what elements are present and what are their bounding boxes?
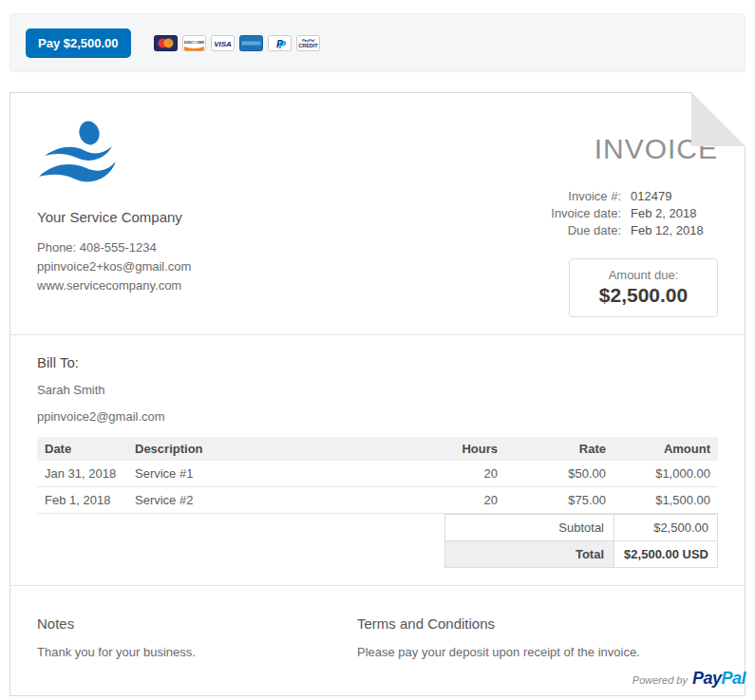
bill-to-name: Sarah Smith: [37, 383, 718, 397]
svg-text:VISA: VISA: [214, 39, 232, 47]
notes-block: Notes Thank you for your business.: [37, 615, 357, 659]
item-hours: 20: [403, 487, 505, 514]
terms-text: Please pay your deposit upon receipt of …: [357, 645, 718, 659]
invoice-number-value: 012479: [631, 188, 718, 205]
svg-text:P: P: [278, 39, 286, 50]
due-date-value: Feb 12, 2018: [631, 222, 718, 239]
paypal-logo[interactable]: PayPal: [692, 669, 746, 689]
item-date: Jan 31, 2018: [37, 461, 127, 487]
discover-icon: DISCOVER: [182, 35, 206, 51]
visa-icon: VISA: [211, 35, 235, 51]
header-divider: [10, 334, 745, 335]
total-label: Total: [445, 541, 614, 567]
mastercard-icon: [154, 35, 178, 51]
paypal-logo-pal: Pal: [721, 669, 746, 688]
table-header-row: Date Description Hours Rate Amount: [37, 437, 718, 461]
item-rate: $50.00: [505, 461, 613, 487]
amount-due-box: Amount due: $2,500.00: [569, 258, 718, 317]
line-items-table: Date Description Hours Rate Amount Jan 3…: [37, 437, 718, 514]
invoice-number-label: Invoice #:: [414, 188, 621, 205]
item-amount: $1,500.00: [613, 487, 718, 514]
item-hours: 20: [403, 461, 505, 487]
item-rate: $75.00: [505, 487, 613, 514]
folded-corner-decoration: [691, 92, 746, 146]
totals-summary: Subtotal $2,500.00 Total $2,500.00 USD: [444, 514, 718, 568]
item-description: Service #1: [127, 461, 403, 487]
subtotal-label: Subtotal: [445, 515, 614, 540]
invoice-page: Pay $2,500.00 DISCOVER VISA: [0, 13, 755, 700]
bill-to-label: Bill To:: [37, 354, 718, 370]
company-email: ppinvoice2+kos@gmail.com: [37, 257, 350, 276]
bill-to-email: ppinvoice2@gmail.com: [37, 409, 718, 424]
column-header-description: Description: [127, 437, 403, 461]
paypal-logo-pay: Pay: [692, 669, 722, 688]
invoice-card: Your Service Company Phone: 408-555-1234…: [9, 92, 746, 696]
company-website: www.servicecompany.com: [37, 276, 350, 295]
powered-by-label: Powered by: [632, 674, 688, 686]
terms-block: Terms and Conditions Please pay your dep…: [357, 615, 718, 659]
notes-divider: [10, 585, 745, 586]
amex-icon: [239, 35, 263, 51]
company-logo-icon: [37, 120, 117, 192]
paypal-icon: P P: [268, 35, 292, 51]
invoice-title: INVOICE: [414, 133, 718, 165]
item-amount: $1,000.00: [613, 461, 718, 487]
invoice-date-value: Feb 2, 2018: [631, 205, 718, 222]
total-row: Total $2,500.00 USD: [445, 540, 717, 567]
invoice-date-label: Invoice date:: [414, 205, 621, 222]
total-value: $2,500.00 USD: [614, 541, 717, 567]
invoice-meta: Invoice #: 012479 Invoice date: Feb 2, 2…: [414, 188, 718, 239]
powered-by-footer: Powered by PayPal: [632, 669, 746, 689]
amount-due-label: Amount due:: [576, 268, 711, 282]
accepted-cards-row: DISCOVER VISA P P: [154, 35, 320, 51]
terms-label: Terms and Conditions: [357, 615, 718, 632]
notes-terms-section: Notes Thank you for your business. Terms…: [37, 601, 718, 659]
amount-due-value: $2,500.00: [576, 284, 711, 307]
svg-text:CREDIT: CREDIT: [298, 43, 318, 48]
payment-bar: Pay $2,500.00 DISCOVER VISA: [9, 13, 746, 72]
notes-text: Thank you for your business.: [37, 645, 357, 659]
table-row: Feb 1, 2018 Service #2 20 $75.00 $1,500.…: [37, 487, 718, 514]
due-date-label: Due date:: [414, 222, 621, 239]
company-name: Your Service Company: [37, 209, 350, 225]
column-header-amount: Amount: [613, 437, 718, 461]
svg-text:DISCOVER: DISCOVER: [184, 39, 204, 44]
subtotal-value: $2,500.00: [614, 515, 717, 540]
column-header-rate: Rate: [505, 437, 613, 461]
column-header-date: Date: [37, 437, 127, 461]
table-row: Jan 31, 2018 Service #1 20 $50.00 $1,000…: [37, 461, 718, 487]
subtotal-row: Subtotal $2,500.00: [445, 515, 717, 540]
item-description: Service #2: [127, 487, 403, 514]
notes-label: Notes: [37, 615, 357, 632]
paypal-credit-icon: PayPal CREDIT: [296, 35, 320, 51]
company-phone: Phone: 408-555-1234: [37, 238, 350, 257]
invoice-header: Your Service Company Phone: 408-555-1234…: [37, 93, 718, 317]
item-date: Feb 1, 2018: [37, 487, 127, 514]
bill-to-section: Bill To: Sarah Smith ppinvoice2@gmail.co…: [37, 354, 718, 424]
column-header-hours: Hours: [403, 437, 505, 461]
pay-button[interactable]: Pay $2,500.00: [26, 28, 131, 58]
